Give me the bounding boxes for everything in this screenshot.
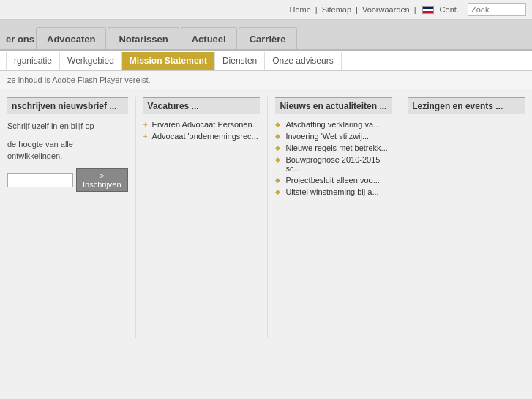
email-input[interactable]: [7, 173, 73, 187]
separator: |: [315, 5, 318, 14]
contact-link[interactable]: Cont...: [440, 5, 463, 14]
top-bar: Home | Sitemap | Voorwaarden | Cont...: [0, 0, 532, 20]
nieuws-link-2[interactable]: Invoering 'Wet stilzwij...: [285, 132, 369, 141]
vacatures-list: Ervaren Advocaat Personen... Advocaat 'o…: [143, 120, 261, 141]
nieuws-list: Afschaffing verklaring va... Invoering '…: [275, 120, 392, 196]
inschrijven-text1: Schrijf uzelf in en blijf op: [7, 120, 128, 133]
spacer: [0, 338, 532, 399]
inschrijven-column: nschrijven nieuwsbrief ... Schrijf uzelf…: [0, 97, 136, 338]
nav-carriere[interactable]: Carrière: [239, 27, 297, 49]
nieuws-link-1[interactable]: Afschaffing verklaring va...: [285, 120, 380, 129]
flag-icon: [422, 6, 434, 14]
subnav-diensten[interactable]: Diensten: [215, 52, 265, 70]
subnav-werkgebied[interactable]: Werkgebied: [60, 52, 122, 70]
vacature-link-2[interactable]: Advocaat 'ondernemingsrec...: [152, 132, 258, 141]
nav-prefix: er ons: [6, 34, 34, 49]
lezingen-header: Lezingen en events ...: [408, 97, 525, 114]
nieuws-column: Nieuws en actualiteiten ... Afschaffing …: [268, 97, 400, 338]
list-item: Uitstel winstneming bij a...: [275, 187, 392, 196]
vacature-link-1[interactable]: Ervaren Advocaat Personen...: [152, 120, 259, 129]
subnav-mission-statement[interactable]: Mission Statement: [122, 52, 215, 70]
list-item: Invoering 'Wet stilzwij...: [275, 132, 392, 141]
list-item: Advocaat 'ondernemingsrec...: [143, 132, 261, 141]
sub-nav: rganisatie Werkgebied Mission Statement …: [0, 51, 532, 71]
inschrijven-button[interactable]: > Inschrijven: [76, 168, 128, 192]
list-item: Ervaren Advocaat Personen...: [143, 120, 261, 129]
inschrijven-text2: de hoogte van alle ontwikkelingen.: [7, 138, 128, 163]
home-link[interactable]: Home: [289, 5, 310, 14]
list-item: Afschaffing verklaring va...: [275, 120, 392, 129]
sitemap-link[interactable]: Sitemap: [322, 5, 351, 14]
lezingen-column: Lezingen en events ...: [400, 97, 532, 338]
nav-actueel[interactable]: Actueel: [181, 27, 237, 49]
nieuws-link-3[interactable]: Nieuwe regels met betrekk...: [285, 143, 387, 152]
list-item: Projectbesluit alleen voo...: [275, 176, 392, 184]
voorwaarden-link[interactable]: Voorwaarden: [362, 5, 410, 14]
nieuws-link-4[interactable]: Bouwprognose 2010-2015 sc...: [285, 155, 380, 173]
subnav-organisatie[interactable]: rganisatie: [6, 52, 60, 70]
list-item: Bouwprognose 2010-2015 sc...: [275, 155, 392, 173]
separator: |: [356, 5, 358, 14]
search-input[interactable]: [468, 3, 526, 16]
nav-notarissen[interactable]: Notarissen: [108, 27, 179, 49]
nav-advocaten[interactable]: Advocaten: [36, 27, 106, 49]
vacatures-header: Vacatures ...: [143, 97, 261, 114]
nieuws-header: Nieuws en actualiteiten ...: [275, 97, 392, 114]
list-item: Nieuwe regels met betrekk...: [275, 143, 392, 152]
nieuws-link-6[interactable]: Uitstel winstneming bij a...: [285, 187, 378, 196]
main-nav: er ons Advocaten Notarissen Actueel Carr…: [0, 20, 532, 51]
content-area: nschrijven nieuwsbrief ... Schrijf uzelf…: [0, 89, 532, 338]
flash-notice: ze inhoud is Adobe Flash Player vereist.: [0, 71, 532, 89]
separator: |: [414, 5, 416, 14]
inschrijven-header: nschrijven nieuwsbrief ...: [7, 97, 128, 114]
subnav-onze-adviseurs[interactable]: Onze adviseurs: [265, 52, 341, 70]
nieuws-link-5[interactable]: Projectbesluit alleen voo...: [285, 176, 379, 184]
vacatures-column: Vacatures ... Ervaren Advocaat Personen.…: [136, 97, 269, 338]
